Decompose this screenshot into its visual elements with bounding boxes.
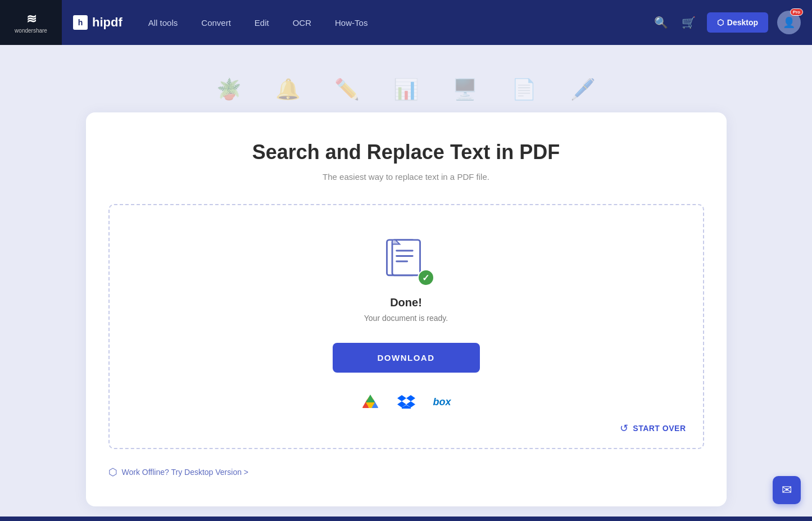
- google-drive-icon: [361, 393, 379, 411]
- hipdf-brand[interactable]: h hipdf: [62, 15, 134, 30]
- hero-decorations: 🪴 🔔 ✏️ 📊 🖥️ 📄 🖊️: [216, 78, 596, 101]
- deco-bell: 🔔: [275, 78, 301, 101]
- main-wrapper: Search and Replace Text in PDF The easie…: [0, 101, 812, 521]
- drop-zone: ✓ Done! Your document is ready. DOWNLOAD: [108, 204, 704, 449]
- main-card: Search and Replace Text in PDF The easie…: [86, 112, 727, 506]
- done-title: Done!: [390, 296, 422, 309]
- dropbox-icon: [397, 393, 415, 411]
- hipdf-icon: h: [73, 15, 88, 30]
- download-button[interactable]: DOWNLOAD: [333, 343, 480, 373]
- nav-ocr[interactable]: OCR: [284, 13, 320, 32]
- nav-right: 🔍 🛒 ⬡ Desktop 👤 Pro: [652, 11, 812, 34]
- logo-icon: ≋: [26, 12, 35, 26]
- done-subtitle: Your document is ready.: [364, 314, 448, 323]
- desktop-promo-text: Work Offline? Try Desktop Version >: [122, 468, 249, 477]
- desktop-promo-icon: ⬡: [108, 466, 117, 478]
- start-over-button[interactable]: ↺ START OVER: [620, 422, 686, 434]
- deco-pen2: 🖊️: [570, 78, 596, 101]
- check-badge: ✓: [418, 269, 434, 286]
- cart-icon[interactable]: 🛒: [679, 13, 698, 31]
- desktop-promo-link[interactable]: ⬡ Work Offline? Try Desktop Version >: [108, 466, 704, 478]
- desktop-icon: ⬡: [717, 18, 724, 27]
- deco-pens: ✏️: [334, 78, 360, 101]
- box-logo-text: box: [433, 396, 451, 408]
- nav-all-tools[interactable]: All tools: [139, 13, 187, 32]
- page-subtitle: The easiest way to replace text in a PDF…: [108, 172, 704, 182]
- logo-text: wondershare: [15, 28, 47, 34]
- hero-background: 🪴 🔔 ✏️ 📊 🖥️ 📄 🖊️: [0, 45, 812, 101]
- google-drive-button[interactable]: [358, 389, 383, 414]
- nav-links: All tools Convert Edit OCR How-Tos: [139, 13, 377, 32]
- start-over-label: START OVER: [633, 424, 686, 433]
- nav-how-tos[interactable]: How-Tos: [326, 13, 376, 32]
- deco-doc: 📄: [511, 78, 537, 101]
- done-icon-wrap: ✓: [384, 239, 429, 284]
- start-over-icon: ↺: [620, 422, 628, 434]
- bottom-bar: [0, 517, 812, 521]
- dropbox-button[interactable]: [394, 389, 419, 414]
- nav-convert[interactable]: Convert: [192, 13, 240, 32]
- desktop-button[interactable]: ⬡ Desktop: [707, 12, 768, 33]
- nav-edit[interactable]: Edit: [246, 13, 278, 32]
- avatar-icon: 👤: [783, 16, 795, 29]
- email-icon: ✉: [782, 483, 792, 497]
- svg-rect-1: [392, 240, 420, 275]
- floating-email-button[interactable]: ✉: [773, 476, 801, 504]
- deco-chart: 📊: [393, 78, 419, 101]
- page-title: Search and Replace Text in PDF: [108, 141, 704, 164]
- pro-badge: Pro: [790, 8, 803, 16]
- cloud-save-buttons: box: [358, 389, 455, 414]
- navbar: ≋ wondershare h hipdf All tools Convert …: [0, 0, 812, 45]
- hipdf-name: hipdf: [92, 15, 123, 30]
- box-button[interactable]: box: [430, 389, 455, 414]
- desktop-label: Desktop: [727, 18, 758, 27]
- search-icon[interactable]: 🔍: [652, 13, 670, 31]
- deco-plant: 🪴: [216, 78, 242, 101]
- user-avatar[interactable]: 👤 Pro: [777, 11, 801, 34]
- wondershare-logo[interactable]: ≋ wondershare: [0, 0, 62, 45]
- deco-screen: 🖥️: [452, 78, 478, 101]
